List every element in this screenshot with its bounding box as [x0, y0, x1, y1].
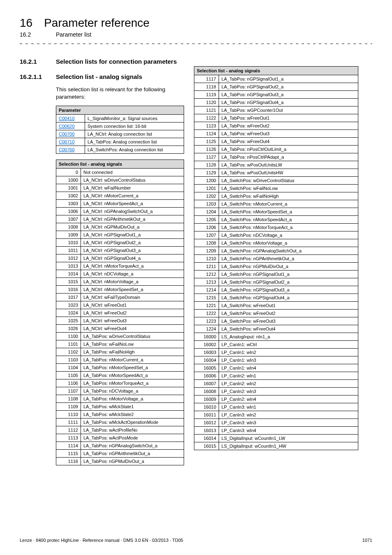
- table-row: 1003LA_NCtrl: nMotorSpeedAct_a: [56, 200, 184, 208]
- sel-text: LP_CanIn2: wIn3: [219, 388, 358, 395]
- sel-text: LS_DigitalInput: wCountIn1_LW: [219, 435, 358, 442]
- table-row: 1013LA_NCtrl: nMotorTorqueAct_a: [56, 262, 184, 270]
- sel-number: 1111: [56, 419, 81, 426]
- table-row: 16000LS_AnalogInput: nIn1_a: [194, 333, 358, 341]
- table-row: 1010LA_NCtrl: nGPSignalOut2_a: [56, 239, 184, 247]
- sel-number: 16009: [194, 395, 219, 403]
- sel-number: 1115: [56, 450, 81, 458]
- sel-number: 1125: [194, 138, 219, 146]
- sel-text: LA_TabPos: wGPCounter1Out: [219, 106, 358, 114]
- table-row: 1215LA_SwitchPos: nGPSignalOut4_a: [194, 294, 358, 302]
- sel-text: LA_SwitchPos: nMotorCurrent_a: [219, 200, 358, 208]
- table-row: 0Not connected: [56, 169, 184, 176]
- sel-text: LA_NCtrl: nGPArithmetikOut_a: [81, 215, 184, 223]
- table-row: 1213LA_SwitchPos: nGPSignalOut2_a: [194, 278, 358, 286]
- sel-number: 1222: [194, 310, 219, 317]
- sel-number: 1116: [56, 458, 81, 465]
- sel-text: LA_TabPos: wFreeOut4: [219, 138, 358, 146]
- divider: [20, 44, 372, 44]
- sel-text: LA_NCtrl: wDriveControlStatus: [81, 176, 184, 184]
- sel-text: LA_TabPos: wFreeOut2: [219, 122, 358, 130]
- sel-text: LA_TabPos: nPosCtrlPAdapt_a: [219, 153, 358, 161]
- table-row: 1200LA_SwitchPos: wDriveControlStatus: [194, 177, 358, 185]
- table-row: 1105LA_TabPos: nMotorSpeedAct_a: [56, 372, 184, 379]
- sel-number: 1215: [194, 294, 219, 302]
- sel-number: 1104: [56, 364, 81, 372]
- table-row: 1106LA_TabPos: nMotorTorqueAct_a: [56, 379, 184, 387]
- sel-text: LA_NCtrl: nMotorCurrent_a: [81, 192, 184, 200]
- sel-text: LS_AnalogInput: nIn1_a: [219, 333, 358, 341]
- table-row: 16005LP_CanIn1: wIn4: [194, 364, 358, 372]
- sel-text: LP_CanIn1: wIn2: [219, 349, 358, 356]
- param-code-link[interactable]: C00710: [59, 139, 75, 144]
- sel-number: 1224: [194, 325, 219, 333]
- table-row: 16007LP_CanIn2: wIn2: [194, 380, 358, 388]
- table-row: 16003LP_CanIn1: wIn2: [194, 349, 358, 356]
- table-row: 16011LP_CanIn3: wIn2: [194, 411, 358, 419]
- sel-number: 1205: [194, 216, 219, 224]
- sel-text: LA_SwitchPos: wDriveControlStatus: [219, 177, 358, 185]
- table-row: 1112LA_TabPos: wActProfileNo: [56, 426, 184, 434]
- table-row: 1002LA_NCtrl: nMotorCurrent_a: [56, 192, 184, 200]
- section-number: 16.2: [20, 31, 44, 38]
- sel-text: LA_TabPos: nDCVoltage_a: [81, 387, 184, 395]
- sel-number: 1010: [56, 239, 81, 247]
- table-row: 1129LA_TabPos: wPosOutUnitsHW: [194, 169, 358, 177]
- param-desc: L_SignalMonitor_a: Signal sources: [85, 115, 184, 123]
- sel-text: LA_NCtrl: wFreeOut1: [81, 301, 184, 309]
- sel-number: 1202: [194, 192, 219, 200]
- table-row: 1204LA_SwitchPos: nMotorSpeedSet_a: [194, 208, 358, 216]
- sel-text: Not connected: [81, 169, 184, 176]
- sel-text: LP_CanIn3: wIn2: [219, 411, 358, 419]
- table-row: 1014LA_NCtrl: nDCVoltage_a: [56, 270, 184, 278]
- sel-number: 16003: [194, 349, 219, 356]
- sel-number: 1105: [56, 372, 81, 379]
- sel-text: LA_TabPos: wActProfileNo: [81, 426, 184, 434]
- sel-number: 16015: [194, 442, 219, 450]
- sel-text: LA_SwitchPos: wFailNoLow: [219, 185, 358, 192]
- intro-text: This selection list is relevant for the …: [56, 86, 184, 101]
- sel-text: LA_TabPos: nMotorTorqueAct_a: [81, 379, 184, 387]
- table-row: 1208LA_SwitchPos: nMotorVoltage_a: [194, 239, 358, 247]
- sel-number: 1106: [56, 379, 81, 387]
- table-row: 1125LA_TabPos: wFreeOut4: [194, 138, 358, 146]
- param-code-link[interactable]: C00760: [59, 147, 75, 152]
- sel-text: LP_CanIn3: wIn4: [219, 427, 358, 435]
- table-row: 1011LA_NCtrl: nGPSignalOut3_a: [56, 247, 184, 254]
- sel-number: 1223: [194, 317, 219, 325]
- table-row: 16008LP_CanIn2: wIn3: [194, 388, 358, 395]
- sel-text: LA_SwitchPos: nMotorVoltage_a: [219, 239, 358, 247]
- table-row: 1103LA_TabPos: nMotorCurrent_a: [56, 356, 184, 364]
- sel-number: 1128: [194, 161, 219, 169]
- table-row: 1007LA_NCtrl: nGPArithmetikOut_a: [56, 215, 184, 223]
- sel-text: LA_TabPos: nMotorSpeedAct_a: [81, 372, 184, 379]
- sel-text: LA_TabPos: nMotorSpeedSet_a: [81, 364, 184, 372]
- sel-number: 16007: [194, 380, 219, 388]
- param-code-link[interactable]: C00620: [59, 124, 75, 129]
- table-row: 16013LP_CanIn3: wIn4: [194, 427, 358, 435]
- sel-text: LA_NCtrl: wFreeOut2: [81, 309, 184, 317]
- footer-page-number: 1071: [362, 538, 372, 543]
- sel-text: LA_TabPos: wFreeOut3: [219, 130, 358, 138]
- sel-number: 1124: [194, 130, 219, 138]
- sel-number: 16002: [194, 341, 219, 349]
- sel-text: LP_CanIn1: wIn3: [219, 356, 358, 364]
- table-row: 1026LA_NCtrl: wFreeOut4: [56, 325, 184, 333]
- sel-text: LA_SwitchPos: nGPArithmetikOut_a: [219, 255, 358, 263]
- table-row: 1203LA_SwitchPos: nMotorCurrent_a: [194, 200, 358, 208]
- table-row: 1127LA_TabPos: nPosCtrlPAdapt_a: [194, 153, 358, 161]
- table-row: 1126LA_TabPos: nPosCtrlOutLimit_a: [194, 146, 358, 153]
- param-code-link[interactable]: C00410: [59, 116, 75, 121]
- table-row: 1100LA_TabPos: wDriveControlStatus: [56, 333, 184, 340]
- sel-number: 1209: [194, 247, 219, 255]
- table-row: 1210LA_SwitchPos: nGPArithmetikOut_a: [194, 255, 358, 263]
- sel-number: 1015: [56, 278, 81, 286]
- sel-number: 1002: [56, 192, 81, 200]
- table-row: 1104LA_TabPos: nMotorSpeedSet_a: [56, 364, 184, 372]
- sel-text: LA_SwitchPos: nGPSignalOut4_a: [219, 294, 358, 302]
- sel-text: LA_NCtrl: nGPSignalOut4_a: [81, 254, 184, 262]
- sel-text: LA_TabPos: nGPSignalOut4_a: [219, 99, 358, 106]
- param-code-link[interactable]: C00700: [59, 132, 75, 136]
- table-row: 1124LA_TabPos: wFreeOut3: [194, 130, 358, 138]
- table-row: 16004LP_CanIn1: wIn3: [194, 356, 358, 364]
